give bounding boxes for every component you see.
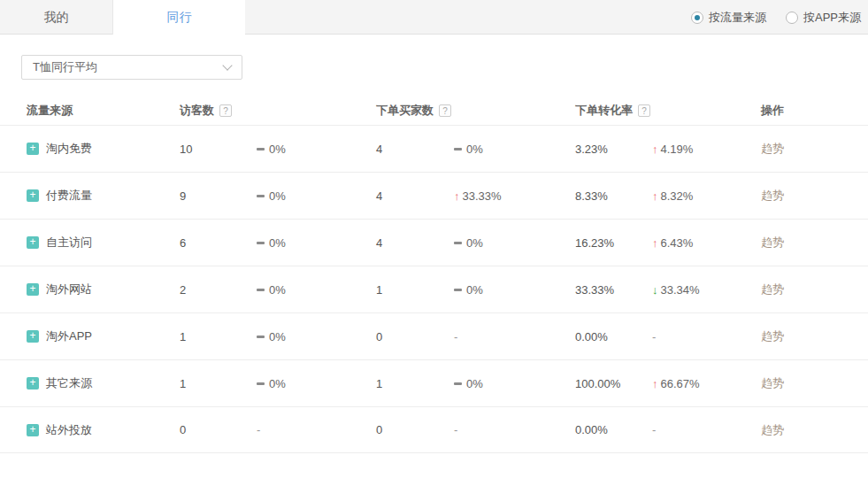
tab-bar: 我的 同行 按流量来源 按APP来源 [0, 0, 868, 35]
buyers-value: 4 [376, 236, 454, 250]
traffic-source-table: 流量来源 访客数 ? 下单买家数 ? 下单转化率 ? 操作 + 淘内免费 10 … [0, 96, 868, 453]
source-cell: + 淘内免费 [27, 141, 180, 157]
down-arrow-icon: ↓ [652, 283, 658, 297]
conversion-change: ↑ 8.32% [652, 189, 761, 203]
buyers-value: 0 [376, 423, 454, 436]
buyers-change: 0% [454, 143, 575, 156]
source-label: 淘内免费 [46, 141, 92, 157]
col-header-actions: 操作 [761, 103, 868, 119]
source-label: 其它来源 [46, 375, 92, 391]
buyers-value: 1 [376, 377, 454, 390]
table-header-row: 流量来源 访客数 ? 下单买家数 ? 下单转化率 ? 操作 [0, 96, 868, 125]
buyers-change: 0% [454, 236, 575, 250]
buyers-change: 0% [454, 377, 575, 390]
help-icon[interactable]: ? [219, 104, 232, 117]
expand-plus-icon[interactable]: + [27, 377, 39, 390]
visitors-change: 0% [257, 143, 376, 156]
flat-icon [454, 289, 462, 291]
expand-plus-icon[interactable]: + [27, 189, 39, 202]
up-arrow-icon: ↑ [652, 377, 658, 390]
conversion-value: 16.23% [575, 236, 652, 250]
expand-plus-icon[interactable]: + [27, 424, 39, 436]
flat-icon [257, 148, 265, 150]
expand-plus-icon[interactable]: + [27, 236, 39, 249]
table-row: + 淘内免费 10 0% 4 0% 3.23% ↑ 4.19% 趋势 [0, 125, 868, 172]
conversion-change: ↑ 4.19% [652, 143, 761, 156]
conversion-value: 0.00% [575, 330, 652, 343]
flat-icon [454, 242, 462, 244]
source-label: 淘外网站 [46, 282, 92, 297]
buyers-value: 4 [376, 143, 454, 156]
visitors-value: 1 [180, 377, 257, 390]
visitors-change: 0% [257, 330, 376, 343]
visitors-change: 0% [257, 189, 376, 203]
flat-icon [454, 382, 462, 385]
trend-link[interactable]: 趋势 [761, 282, 784, 296]
radio-label: 按APP来源 [803, 10, 861, 26]
up-arrow-icon: ↑ [652, 236, 658, 250]
conversion-value: 100.00% [575, 377, 652, 390]
buyers-change: - [454, 330, 575, 343]
visitors-change: 0% [257, 377, 376, 390]
conversion-value: 33.33% [575, 283, 652, 297]
buyers-value: 0 [376, 330, 454, 343]
radio-icon [786, 12, 798, 24]
col-header-buyers: 下单买家数 ? [376, 103, 454, 119]
col-header-source: 流量来源 [27, 103, 180, 119]
visitors-value: 1 [180, 330, 257, 343]
conversion-change: ↑ 66.67% [652, 377, 761, 390]
help-icon[interactable]: ? [638, 104, 650, 117]
visitors-value: 9 [180, 189, 257, 203]
source-cell: + 淘外网站 [27, 282, 180, 297]
table-row: + 自主访问 6 0% 4 0% 16.23% ↑ 6.43% 趋势 [0, 219, 868, 266]
table-row: + 付费流量 9 0% 4 ↑ 33.33% 8.33% ↑ 8.32% 趋势 [0, 172, 868, 219]
up-arrow-icon: ↑ [454, 189, 460, 203]
table-body: + 淘内免费 10 0% 4 0% 3.23% ↑ 4.19% 趋势 + 付费流… [0, 125, 868, 453]
conversion-change: ↑ 6.43% [652, 236, 761, 250]
radio-by-app-source[interactable]: 按APP来源 [786, 10, 861, 26]
source-cell: + 付费流量 [27, 188, 180, 204]
buyers-change: ↑ 33.33% [454, 189, 575, 203]
tab-mine[interactable]: 我的 [0, 0, 113, 35]
table-row: + 其它来源 1 0% 1 0% 100.00% ↑ 66.67% 趋势 [0, 359, 868, 406]
col-header-conversion: 下单转化率 ? [575, 103, 652, 119]
visitors-value: 2 [180, 283, 257, 297]
tab-peers[interactable]: 同行 [113, 0, 245, 35]
source-cell: + 自主访问 [27, 235, 180, 251]
up-arrow-icon: ↑ [652, 189, 658, 203]
radio-by-traffic-source[interactable]: 按流量来源 [691, 10, 766, 26]
help-icon[interactable]: ? [439, 104, 451, 117]
trend-link[interactable]: 趋势 [761, 329, 784, 343]
expand-plus-icon[interactable]: + [27, 143, 39, 155]
expand-plus-icon[interactable]: + [27, 283, 39, 296]
trend-link[interactable]: 趋势 [761, 423, 784, 436]
conversion-change: - [652, 423, 761, 436]
visitors-change: - [257, 423, 376, 436]
expand-plus-icon[interactable]: + [27, 330, 39, 343]
conversion-change: - [652, 330, 761, 343]
visitors-change: 0% [257, 283, 376, 297]
source-label: 付费流量 [46, 188, 92, 204]
flat-icon [257, 336, 265, 338]
radio-icon [691, 12, 703, 24]
table-row: + 站外投放 0 - 0 - 0.00% - 趋势 [0, 406, 868, 453]
trend-link[interactable]: 趋势 [761, 376, 784, 390]
select-value: T恤同行平均 [33, 59, 224, 75]
flat-icon [454, 148, 462, 150]
col-header-visitors: 访客数 ? [180, 103, 257, 119]
trend-link[interactable]: 趋势 [761, 189, 784, 202]
trend-link[interactable]: 趋势 [761, 235, 784, 249]
buyers-value: 4 [376, 189, 454, 203]
trend-link[interactable]: 趋势 [761, 142, 784, 155]
source-label: 站外投放 [46, 422, 92, 438]
peer-average-select[interactable]: T恤同行平均 [21, 55, 242, 80]
flat-icon [257, 242, 265, 244]
source-cell: + 淘外APP [27, 328, 180, 344]
radio-label: 按流量来源 [709, 10, 766, 26]
visitors-change: 0% [257, 236, 376, 250]
buyers-change: - [454, 423, 575, 436]
up-arrow-icon: ↑ [652, 143, 658, 156]
source-mode-radio-group: 按流量来源 按APP来源 [691, 0, 861, 35]
visitors-value: 0 [180, 423, 257, 436]
source-label: 自主访问 [46, 235, 92, 251]
